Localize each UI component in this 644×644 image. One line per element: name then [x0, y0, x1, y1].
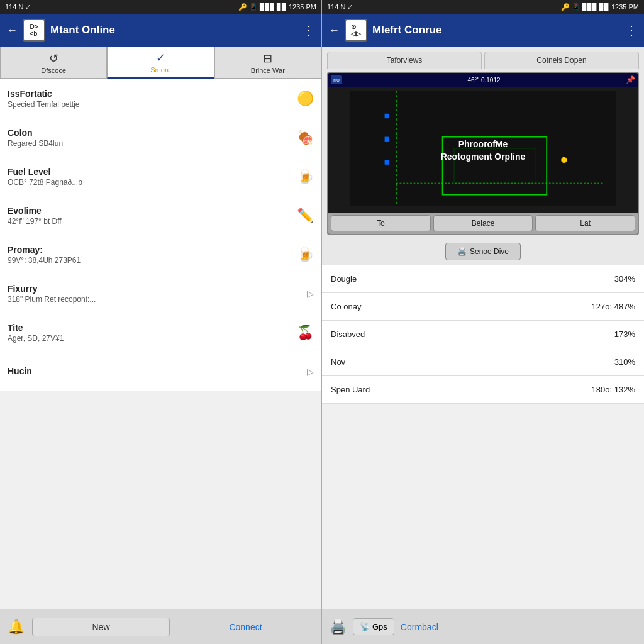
stat-value-1: 127o: 487%	[592, 302, 635, 311]
item-sub-6: Ager, SD, 27V¥1	[8, 334, 292, 343]
status-right-left: 114 N ✓	[327, 3, 353, 11]
tab-balance-label: Brlnce War	[251, 67, 285, 74]
sub-tab-taforviews[interactable]: Taforviews	[327, 52, 482, 69]
menu-button-right[interactable]: ⋮	[625, 23, 638, 38]
tab-discover[interactable]: ↺ Dfscoce	[0, 47, 107, 79]
list-item[interactable]: Colon Regared SB4lun 🍖	[0, 118, 321, 157]
discover-icon: ↺	[49, 52, 58, 65]
item-title-4: Promay:	[8, 245, 292, 255]
gps-icon: 📡	[360, 622, 370, 631]
list-item[interactable]: Promay: 99V°: 38,4Uh 273P61 🍺	[0, 235, 321, 274]
belace-button[interactable]: Belace	[433, 215, 533, 231]
map-badge: no	[331, 75, 342, 84]
list-item[interactable]: Tite Ager, SD, 27V¥1 🍒	[0, 313, 321, 352]
map-buttons: To Belace Lat	[328, 213, 638, 234]
svg-point-7	[561, 157, 567, 163]
item-arrow-5: ▷	[307, 289, 314, 299]
back-button-left[interactable]: ←	[6, 24, 18, 37]
item-icon-4: 🍺	[297, 247, 314, 263]
map-viewer: no 46°" 0.1012 📌	[327, 72, 639, 235]
map-overlay-text: PhroorofMe Reotogment Orpline	[441, 138, 526, 163]
svg-rect-4	[385, 114, 389, 118]
item-sub-0: Specied Temfal pettje	[8, 100, 292, 109]
overlay-line1: PhroorofMe	[441, 138, 526, 151]
comeback-button[interactable]: Cormbacl	[401, 622, 438, 632]
svg-rect-5	[385, 137, 389, 142]
stat-row: Co onay 127o: 487%	[322, 293, 644, 321]
gps-button[interactable]: 📡 Gps	[353, 618, 394, 635]
item-title-5: Fixurry	[8, 284, 302, 294]
item-title-3: Evolime	[8, 206, 292, 216]
back-button-right[interactable]: ←	[328, 24, 340, 37]
printer-small-icon: 🖨️	[457, 247, 467, 256]
app-title-left: Mtant Online	[50, 24, 297, 36]
item-icon-3: ✏️	[297, 208, 314, 224]
menu-button-left[interactable]: ⋮	[303, 23, 315, 38]
stat-row: Dougle 304%	[322, 265, 644, 293]
stat-value-2: 173%	[614, 330, 635, 339]
item-title-0: IssFortatic	[8, 89, 292, 99]
item-sub-3: 42°f" 197° bt Dff	[8, 217, 292, 226]
map-coords: 46°" 0.1012	[345, 77, 623, 84]
lat-button[interactable]: Lat	[535, 215, 635, 231]
printer-icon: 🖨️	[330, 619, 347, 635]
item-icon-2: 🍺	[297, 169, 314, 185]
new-button[interactable]: New	[32, 618, 170, 636]
stat-value-3: 310%	[614, 357, 635, 367]
tab-bar-left: ↺ Dfscoce ✓ Smore ⊟ Brlnce War	[0, 47, 321, 79]
item-sub-5: 318" Plum Ret recopont:...	[8, 295, 302, 304]
sub-tabs: Taforviews Cotnels Dopen	[322, 47, 644, 69]
smore-icon: ✓	[156, 51, 165, 65]
stat-label-0: Dougle	[331, 274, 357, 284]
app-icon-left: D><b	[23, 19, 45, 42]
status-right: 🔑 📱 ▊▊▊ ▊▊ 1235 PM	[238, 3, 316, 11]
bottom-bar-right: 🖨️ 📡 Gps Cormbacl	[322, 609, 644, 644]
sensor-dive-button[interactable]: 🖨️ Senoe Dive	[445, 243, 521, 260]
item-arrow-7: ▷	[307, 367, 314, 377]
tab-smore-label: Smore	[150, 66, 170, 74]
list-item[interactable]: Hucin ▷	[0, 352, 321, 391]
list-item[interactable]: Fuel Level OCB° 72t8 Pagnað...b 🍺	[0, 157, 321, 196]
sensor-btn-label: Senoe Dive	[470, 247, 509, 256]
item-title-2: Fuel Level	[8, 167, 292, 177]
stat-row: Disabved 173%	[322, 321, 644, 348]
right-content: Taforviews Cotnels Dopen no 46°" 0.1012 …	[322, 47, 644, 609]
app-title-right: Mlefrt Conrue	[372, 24, 620, 36]
tab-smore[interactable]: ✓ Smore	[107, 47, 214, 79]
stat-value-4: 180o: 132%	[592, 385, 635, 394]
app-icon-right: ⊙◁▷	[345, 19, 367, 42]
map-toolbar: no 46°" 0.1012 📌	[328, 73, 638, 87]
item-title-6: Tite	[8, 323, 292, 333]
stat-label-2: Disabved	[331, 330, 365, 339]
overlay-line2: Reotogment Orpline	[441, 151, 526, 164]
balance-icon: ⊟	[263, 52, 272, 65]
right-phone: 114 N ✓ 🔑 📱 ▊▊▊ ▊▊ 1235 PM ← ⊙◁▷ Mlefrt …	[322, 0, 644, 644]
item-title-7: Hucin	[8, 366, 302, 376]
stat-label-4: Spen Uard	[331, 385, 370, 394]
gps-btn-label: Gps	[372, 622, 387, 631]
item-icon-1: 🍖	[297, 130, 314, 146]
stat-value-0: 304%	[614, 274, 635, 284]
left-phone: 114 N ✓ 🔑 📱 ▊▊▊ ▊▊ 1235 PM ← D><b Mtant …	[0, 0, 322, 644]
svg-rect-6	[385, 160, 389, 164]
bottom-bar-left: 🔔 New Connect	[0, 609, 321, 644]
list-item[interactable]: IssFortatic Specied Temfal pettje 🟡	[0, 79, 321, 118]
status-left: 114 N ✓	[5, 3, 31, 11]
stats-list: Dougle 304% Co onay 127o: 487% Disabved …	[322, 265, 644, 609]
app-bar-left: ← D><b Mtant Online ⋮	[0, 14, 321, 47]
connect-button[interactable]: Connect	[177, 622, 314, 632]
bell-icon: 🔔	[8, 619, 25, 635]
status-bar-right: 114 N ✓ 🔑 📱 ▊▊▊ ▊▊ 1235 PM	[322, 0, 644, 14]
status-bar-left: 114 N ✓ 🔑 📱 ▊▊▊ ▊▊ 1235 PM	[0, 0, 321, 14]
list-item[interactable]: Fixurry 318" Plum Ret recopont:... ▷	[0, 274, 321, 313]
item-icon-0: 🟡	[297, 91, 314, 107]
stat-label-1: Co onay	[331, 302, 361, 311]
list-container: IssFortatic Specied Temfal pettje 🟡 Colo…	[0, 79, 321, 609]
map-pin-icon: 📌	[626, 75, 635, 84]
list-item[interactable]: Evolime 42°f" 197° bt Dff ✏️	[0, 196, 321, 235]
tab-balance[interactable]: ⊟ Brlnce War	[214, 47, 321, 79]
stat-label-3: Nov	[331, 357, 345, 367]
item-sub-2: OCB° 72t8 Pagnað...b	[8, 178, 292, 187]
sub-tab-controls[interactable]: Cotnels Dopen	[484, 52, 639, 69]
to-button[interactable]: To	[331, 215, 431, 231]
